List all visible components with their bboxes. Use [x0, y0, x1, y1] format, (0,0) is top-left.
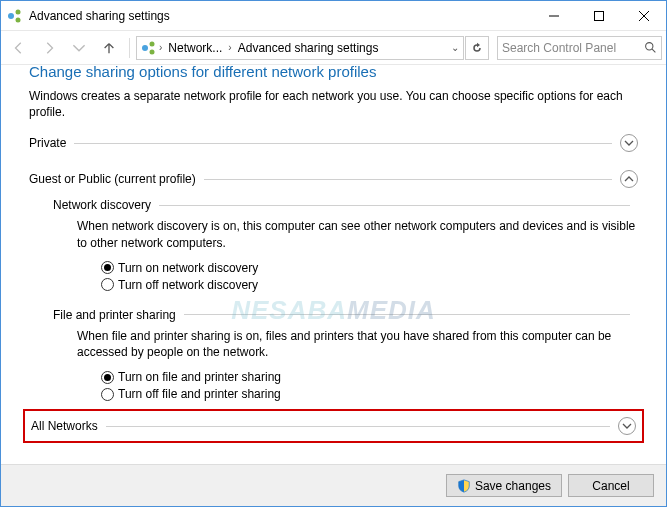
titlebar: Advanced sharing settings: [1, 1, 666, 31]
section-all-networks-label: All Networks: [31, 419, 98, 433]
radio-label: Turn on network discovery: [118, 261, 258, 275]
minimize-button[interactable]: [531, 1, 576, 31]
divider: [106, 426, 610, 427]
svg-point-9: [150, 49, 155, 54]
divider: [184, 314, 630, 315]
radio-icon: [101, 278, 114, 291]
radio-label: Turn on file and printer sharing: [118, 370, 281, 384]
expand-private-button[interactable]: [620, 134, 638, 152]
cancel-label: Cancel: [592, 479, 629, 493]
close-button[interactable]: [621, 1, 666, 31]
search-placeholder: Search Control Panel: [502, 41, 644, 55]
shield-icon: [457, 479, 471, 493]
svg-line-11: [652, 49, 655, 52]
svg-point-2: [16, 17, 21, 22]
radio-icon: [101, 371, 114, 384]
network-discovery-title: Network discovery: [53, 198, 151, 212]
svg-point-7: [142, 45, 148, 51]
svg-point-8: [150, 41, 155, 46]
refresh-button[interactable]: [465, 36, 489, 60]
svg-point-10: [646, 43, 653, 50]
radio-discovery-on[interactable]: Turn on network discovery: [101, 261, 638, 275]
network-discovery-desc: When network discovery is on, this compu…: [77, 218, 638, 250]
cancel-button[interactable]: Cancel: [568, 474, 654, 497]
network-icon: [141, 40, 157, 56]
section-guest[interactable]: Guest or Public (current profile): [29, 170, 638, 188]
back-button[interactable]: [5, 36, 33, 60]
radio-discovery-off[interactable]: Turn off network discovery: [101, 278, 638, 292]
highlighted-section: All Networks: [23, 409, 644, 443]
save-changes-button[interactable]: Save changes: [446, 474, 562, 497]
content-area: Change sharing options for different net…: [1, 65, 666, 464]
network-icon: [7, 8, 23, 24]
collapse-guest-button[interactable]: [620, 170, 638, 188]
radio-icon: [101, 261, 114, 274]
page-description: Windows creates a separate network profi…: [29, 88, 638, 120]
svg-point-0: [8, 13, 14, 19]
nav-divider: [129, 38, 130, 58]
maximize-button[interactable]: [576, 1, 621, 31]
breadcrumb-network[interactable]: Network...: [164, 41, 226, 55]
divider: [204, 179, 612, 180]
window-title: Advanced sharing settings: [29, 9, 531, 23]
search-icon: [644, 41, 657, 54]
section-guest-label: Guest or Public (current profile): [29, 172, 196, 186]
radio-label: Turn off file and printer sharing: [118, 387, 281, 401]
recent-dropdown[interactable]: [65, 36, 93, 60]
section-private-label: Private: [29, 136, 66, 150]
radio-filesharing-off[interactable]: Turn off file and printer sharing: [101, 387, 638, 401]
navbar: › Network... › Advanced sharing settings…: [1, 31, 666, 65]
svg-point-1: [16, 9, 21, 14]
divider: [159, 205, 630, 206]
up-button[interactable]: [95, 36, 123, 60]
page-heading: Change sharing options for different net…: [29, 65, 638, 80]
radio-icon: [101, 388, 114, 401]
chevron-right-icon: ›: [228, 42, 231, 53]
svg-rect-4: [594, 11, 603, 20]
expand-all-networks-button[interactable]: [618, 417, 636, 435]
breadcrumb[interactable]: › Network... › Advanced sharing settings…: [136, 36, 464, 60]
footer: Save changes Cancel: [1, 464, 666, 506]
breadcrumb-current[interactable]: Advanced sharing settings: [234, 41, 383, 55]
chevron-right-icon: ›: [159, 42, 162, 53]
chevron-down-icon[interactable]: ⌄: [451, 42, 459, 53]
subsection-file-sharing: File and printer sharing When file and p…: [53, 308, 638, 401]
divider: [74, 143, 612, 144]
file-sharing-desc: When file and printer sharing is on, fil…: [77, 328, 638, 360]
subsection-network-discovery: Network discovery When network discovery…: [53, 198, 638, 291]
radio-filesharing-on[interactable]: Turn on file and printer sharing: [101, 370, 638, 384]
section-private[interactable]: Private: [29, 134, 638, 152]
file-sharing-title: File and printer sharing: [53, 308, 176, 322]
save-label: Save changes: [475, 479, 551, 493]
radio-label: Turn off network discovery: [118, 278, 258, 292]
forward-button[interactable]: [35, 36, 63, 60]
search-input[interactable]: Search Control Panel: [497, 36, 662, 60]
section-all-networks[interactable]: All Networks: [31, 417, 636, 435]
